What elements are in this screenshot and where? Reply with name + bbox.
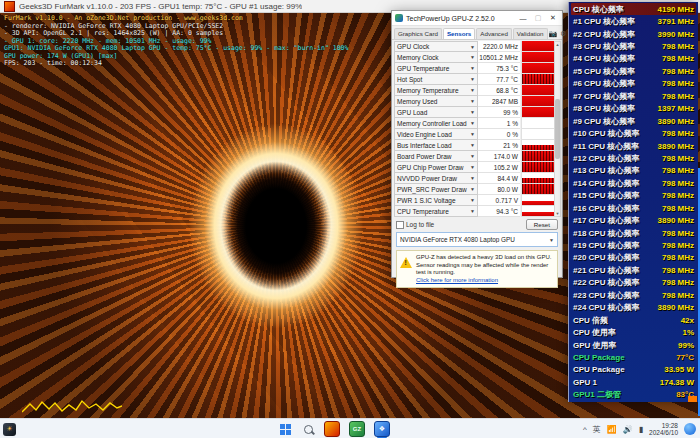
sensor-row: Video Engine Load▼0 % [394,129,560,140]
sensor-label-dropdown[interactable]: Board Power Draw▼ [394,151,478,162]
sensor-label-dropdown[interactable]: PWR_SRC Power Draw▼ [394,184,478,195]
sensor-label-dropdown[interactable]: PWR 1 S.IC Voltage▼ [394,195,478,206]
sensor-value: 105.2 W [478,162,520,173]
sensor-label-dropdown[interactable]: Bus Interface Load▼ [394,140,478,151]
gpuz-sensor-list: GPU Clock▼2220.0 MHzMemory Clock▼10501.2… [394,41,560,217]
furmark-osd-text: FurMark v1.10.0 - An oZone3D.Net product… [4,15,348,68]
monitor-value: 798 MHz [662,241,694,250]
gpuz-titlebar[interactable]: TechPowerUp GPU-Z 2.52.0 — ▢ ✕ [392,11,562,26]
warning-link[interactable]: Click here for more information [416,277,553,285]
battery-icon[interactable]: ▮ [639,425,643,434]
reset-button[interactable]: Reset [526,219,558,230]
sensor-label-dropdown[interactable]: Memory Clock▼ [394,52,478,63]
sensor-label-dropdown[interactable]: GPU Temperature▼ [394,63,478,74]
volume-icon[interactable]: 🔊 [623,425,633,434]
sensor-scrollbar[interactable]: ▲ ▼ [554,41,561,217]
monitor-label: #10 CPU 核心频率 [573,128,640,139]
taskbar-clock[interactable]: 19:28 2024/6/10 [649,422,678,437]
monitor-value: 3890 MHz [658,303,694,312]
tab-advanced[interactable]: Advanced [476,28,512,39]
sensor-row: GPU Load▼99 % [394,107,560,118]
chevron-down-icon: ▼ [470,65,475,71]
chevron-down-icon: ▼ [470,87,475,93]
sensor-label-dropdown[interactable]: Memory Temperature▼ [394,85,478,96]
tray-overflow-chevron-icon[interactable]: ^ [583,425,587,434]
taskbar-item-gpuz[interactable]: GZ [349,421,365,437]
monitor-row: #9 CPU 核心频率3890 MHz [571,115,696,127]
monitor-label: GPU 使用率 [573,340,617,351]
gpu-name: NVIDIA GeForce RTX 4080 Laptop GPU [400,236,515,243]
monitor-label: #14 CPU 核心频率 [573,178,640,189]
monitor-row: #4 CPU 核心频率798 MHz [571,53,696,65]
clock-time: 19:28 [649,422,678,430]
monitor-value: 798 MHz [662,54,694,63]
chevron-down-icon: ▼ [470,164,475,170]
sensor-value: 10501.2 MHz [478,52,520,63]
panel-resize-grip[interactable] [688,396,697,402]
sensor-label-dropdown[interactable]: Video Engine Load▼ [394,129,478,140]
gpu-select-dropdown[interactable]: NVIDIA GeForce RTX 4080 Laptop GPU ▼ [396,232,558,247]
chevron-down-icon: ▼ [470,131,475,137]
search-button[interactable] [301,422,315,436]
sensor-label-dropdown[interactable]: Memory Controller Load▼ [394,118,478,129]
close-button[interactable]: ✕ [547,13,559,24]
furmark-app-icon [4,1,15,12]
chevron-down-icon: ▼ [470,109,475,115]
sensor-value: 75.3 °C [478,63,520,74]
sensor-label-dropdown[interactable]: Memory Used▼ [394,96,478,107]
checkbox-icon[interactable] [396,221,404,229]
sensor-value: 0 % [478,129,520,140]
monitor-row: #23 CPU 核心频率798 MHz [571,289,696,301]
monitor-row: GPU 使用率99% [571,339,696,351]
scroll-up-icon[interactable]: ▲ [556,42,560,47]
monitor-value: 798 MHz [662,278,694,287]
gear-icon[interactable]: ⚙ [560,30,566,37]
scroll-down-icon[interactable]: ▼ [556,211,560,216]
monitor-label: #17 CPU 核心频率 [573,215,640,226]
log-to-file-checkbox[interactable]: Log to file [396,221,434,229]
monitor-value: 798 MHz [662,229,694,238]
osd-line: FPS: 203 - time: 00:12:34 [4,60,348,68]
language-indicator[interactable]: 英 [593,424,601,435]
chevron-down-icon: ▼ [470,197,475,203]
copilot-icon[interactable] [684,423,696,435]
taskbar: ☀ GZ ❖ ^ 英 📶 🔊 ▮ 19:28 2024/6/10 [0,418,700,438]
scrollbar-thumb[interactable] [555,99,560,159]
chevron-down-icon: ▼ [470,120,475,126]
sensor-value: 1 % [478,118,520,129]
warning-line-2: Sensor readings may be affected while th… [416,262,553,277]
monitor-value: 798 MHz [662,154,694,163]
chevron-down-icon: ▼ [470,142,475,148]
sensor-label-dropdown[interactable]: CPU Temperature▼ [394,206,478,217]
monitor-label: #3 CPU 核心频率 [573,41,635,52]
start-button[interactable] [278,422,292,436]
wifi-icon[interactable]: 📶 [607,425,617,434]
sensor-row: Memory Clock▼10501.2 MHz [394,52,560,63]
sensor-label-dropdown[interactable]: GPU Clock▼ [394,41,478,52]
log-to-file-label: Log to file [406,221,434,228]
tab-validation[interactable]: Validation [513,28,548,39]
sensor-row: Memory Temperature▼68.8 °C [394,85,560,96]
sensor-label-dropdown[interactable]: GPU Chip Power Draw▼ [394,162,478,173]
monitor-value: 798 MHz [662,42,694,51]
monitor-label: #24 CPU 核心频率 [573,302,640,313]
monitor-label: #16 CPU 核心频率 [573,203,640,214]
monitor-row: #21 CPU 核心频率798 MHz [571,264,696,276]
monitor-label: GPU1 二极管 [573,389,621,400]
monitor-label: #5 CPU 核心频率 [573,66,635,77]
tab-sensors[interactable]: Sensors [443,28,475,39]
monitor-row: #7 CPU 核心频率798 MHz [571,90,696,102]
monitor-value: 798 MHz [662,179,694,188]
sensor-label-dropdown[interactable]: GPU Load▼ [394,107,478,118]
sensor-label-dropdown[interactable]: NVVDD Power Draw▼ [394,173,478,184]
taskbar-item-active-app[interactable]: ❖ [374,421,390,437]
tab-graphics-card[interactable]: Graphics Card [394,28,442,39]
monitor-label: CPU 倍频 [573,315,608,326]
taskbar-item-furmark[interactable] [324,421,340,437]
sensor-label-dropdown[interactable]: Hot Spot▼ [394,74,478,85]
monitor-row: #5 CPU 核心频率798 MHz [571,65,696,77]
widgets-icon[interactable]: ☀ [3,423,16,436]
camera-icon[interactable]: 📷 [549,30,558,37]
warning-line-1: GPU-Z has detected a heavy 3D load on th… [416,254,553,262]
minimize-button[interactable]: — [517,13,529,24]
